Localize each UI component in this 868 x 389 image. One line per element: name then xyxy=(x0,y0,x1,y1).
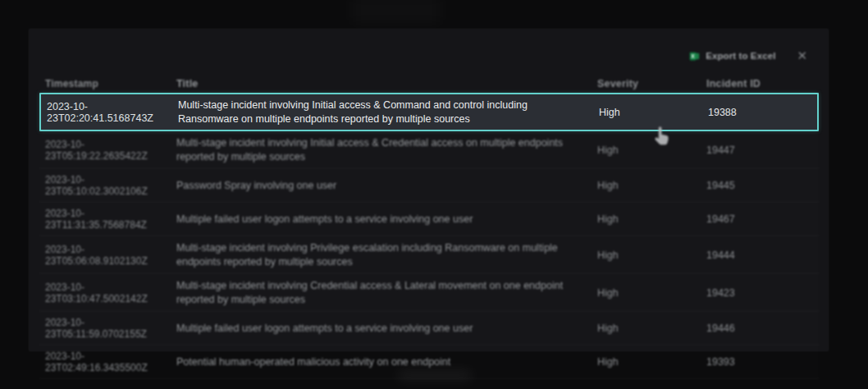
table-header: Timestamp Title Severity Incident ID xyxy=(39,77,819,91)
incident-table-body: 2023-10-23T02:20:41.5168743Z Multi-stage… xyxy=(39,93,819,379)
title-cell: Potential human-operated malicious activ… xyxy=(176,355,597,369)
incident-id-cell: 19444 xyxy=(706,249,813,261)
table-row[interactable]: 2023-10-23T03:10:47.5002142Z Multi-stage… xyxy=(39,274,819,312)
svg-text:X: X xyxy=(691,53,695,58)
timestamp-cell: 2023-10-23T05:06:08.9102130Z xyxy=(39,244,176,267)
incident-id-cell: 19388 xyxy=(708,107,815,118)
title-cell: Multi-stage incident involving Credentia… xyxy=(176,279,597,306)
incident-id-cell: 19423 xyxy=(706,287,813,299)
title-cell: Multi-stage incident involving Initial a… xyxy=(178,98,599,126)
table-row[interactable]: 2023-10-23T05:11:59.0702155Z Multiple fa… xyxy=(39,312,819,346)
title-cell: Multi-stage incident involving Initial a… xyxy=(176,136,597,163)
table-row[interactable]: 2023-10-23T02:20:41.5168743Z Multi-stage… xyxy=(39,93,819,131)
table-row[interactable]: 2023-10-23T11:31:35.7568784Z Multiple fa… xyxy=(39,203,819,236)
incident-id-cell: 19393 xyxy=(706,356,813,368)
close-button[interactable]: ✕ xyxy=(797,50,807,62)
title-cell: Multi-stage incident involving Privilege… xyxy=(176,241,597,268)
table-row[interactable]: 2023-10-23T05:19:22.2635422Z Multi-stage… xyxy=(39,131,819,169)
severity-cell: High xyxy=(597,287,706,299)
incident-id-cell: 19446 xyxy=(706,323,813,334)
title-cell: Multiple failed user logon attempts to a… xyxy=(176,213,597,227)
incident-id-cell: 19447 xyxy=(706,144,813,156)
title-cell: Multiple failed user logon attempts to a… xyxy=(176,322,597,336)
background-artifact-top xyxy=(351,0,441,25)
severity-cell: High xyxy=(597,144,706,156)
timestamp-cell: 2023-10-23T05:10:02.3002106Z xyxy=(39,174,176,197)
severity-cell: High xyxy=(597,249,706,261)
severity-cell: High xyxy=(597,356,706,368)
severity-cell: High xyxy=(599,107,708,118)
timestamp-cell: 2023-10-23T11:31:35.7568784Z xyxy=(39,208,176,231)
table-row[interactable]: 2023-10-23T02:49:16.3435500Z Potential h… xyxy=(39,346,819,379)
timestamp-cell: 2023-10-23T02:49:16.3435500Z xyxy=(39,350,176,373)
timestamp-cell: 2023-10-23T03:10:47.5002142Z xyxy=(39,281,176,304)
incident-id-cell: 19445 xyxy=(706,180,813,191)
column-header-title[interactable]: Title xyxy=(176,77,597,91)
table-row[interactable]: 2023-10-23T05:10:02.3002106Z Password Sp… xyxy=(39,169,819,203)
close-icon: ✕ xyxy=(797,48,807,63)
incident-id-cell: 19467 xyxy=(706,213,813,225)
timestamp-cell: 2023-10-23T05:19:22.2635422Z xyxy=(39,139,176,162)
incidents-panel: X Export to Excel ✕ Timestamp Title Seve… xyxy=(29,29,829,351)
severity-cell: High xyxy=(597,213,706,225)
severity-cell: High xyxy=(597,323,706,334)
timestamp-cell: 2023-10-23T02:20:41.5168743Z xyxy=(41,101,178,124)
table-row[interactable]: 2023-10-23T05:06:08.9102130Z Multi-stage… xyxy=(39,236,819,274)
timestamp-cell: 2023-10-23T05:11:59.0702155Z xyxy=(39,317,176,340)
export-to-excel-button[interactable]: X Export to Excel xyxy=(689,51,775,62)
title-cell: Password Spray involving one user xyxy=(176,179,597,193)
column-header-incident-id[interactable]: Incident ID xyxy=(706,78,813,89)
column-header-timestamp[interactable]: Timestamp xyxy=(39,78,176,89)
panel-toolbar: X Export to Excel ✕ xyxy=(689,47,807,65)
excel-icon: X xyxy=(689,51,700,62)
column-header-severity[interactable]: Severity xyxy=(597,78,706,89)
severity-cell: High xyxy=(597,180,706,191)
export-label: Export to Excel xyxy=(706,51,775,61)
